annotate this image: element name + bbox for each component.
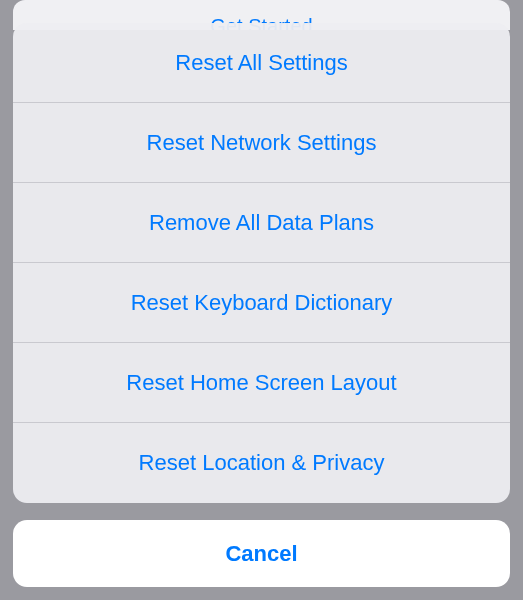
action-item-label: Reset All Settings bbox=[175, 50, 347, 76]
cancel-button-label: Cancel bbox=[225, 541, 297, 567]
action-item-label: Reset Location & Privacy bbox=[139, 450, 385, 476]
action-item-label: Reset Home Screen Layout bbox=[126, 370, 396, 396]
action-sheet: Reset All Settings Reset Network Setting… bbox=[13, 23, 510, 503]
action-item-label: Remove All Data Plans bbox=[149, 210, 374, 236]
reset-location-privacy-option[interactable]: Reset Location & Privacy bbox=[13, 423, 510, 503]
cancel-button[interactable]: Cancel bbox=[13, 520, 510, 587]
action-item-label: Reset Network Settings bbox=[147, 130, 377, 156]
reset-keyboard-dictionary-option[interactable]: Reset Keyboard Dictionary bbox=[13, 263, 510, 343]
reset-network-settings-option[interactable]: Reset Network Settings bbox=[13, 103, 510, 183]
reset-home-screen-layout-option[interactable]: Reset Home Screen Layout bbox=[13, 343, 510, 423]
reset-all-settings-option[interactable]: Reset All Settings bbox=[13, 23, 510, 103]
action-item-label: Reset Keyboard Dictionary bbox=[131, 290, 393, 316]
remove-all-data-plans-option[interactable]: Remove All Data Plans bbox=[13, 183, 510, 263]
